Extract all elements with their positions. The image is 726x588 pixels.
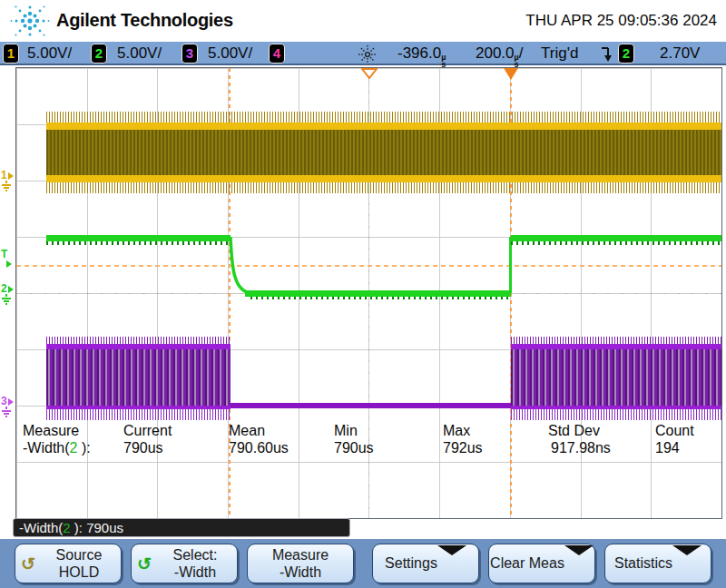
brand-title: Agilent Technologies [56, 10, 233, 31]
measure-col-name: Measure -Width(2 ): [23, 423, 91, 456]
time-reference-marker [361, 68, 378, 79]
softkey-measure-button[interactable]: Measure-Width [247, 544, 354, 583]
channel2-ground-marker: 2 [1, 284, 15, 305]
channel1-badge: 1 [3, 44, 19, 64]
knob-rotate-icon: ↺ [137, 554, 152, 574]
softkey-settings-button[interactable]: Settings [372, 544, 479, 583]
channel1-ground-marker: 1 [1, 171, 15, 191]
channel3-scale: 5.00V/ [208, 44, 252, 63]
measure-col-current: Current790us [123, 423, 172, 456]
intensity-sun-icon [358, 44, 378, 64]
measure-col-max: Max792us [443, 423, 483, 456]
trigger-level: 2.70V [660, 44, 700, 63]
trigger-position-marker [503, 68, 519, 80]
channel3-low-segment [231, 403, 511, 408]
measure-col-mean: Mean790.60us [229, 423, 289, 456]
channel2-low-segment [245, 290, 511, 297]
timebase-readout: 200.0µs/ [476, 44, 523, 68]
channel3-badge: 3 [182, 44, 198, 64]
channel3-burst-2 [511, 337, 721, 420]
trigger-status: Trig'd [541, 44, 578, 63]
channel2-badge: 2 [91, 44, 107, 64]
trigger-level-marker: T [1, 250, 15, 270]
measure-col-count: Count194 [655, 423, 694, 456]
delay-readout: -396.0µs [397, 44, 446, 68]
channel3-ground-marker: 3 [1, 397, 15, 417]
trigger-source-badge: 2 [618, 44, 634, 64]
trigger-falling-edge-icon [599, 44, 613, 64]
channel2-rising-edge [509, 237, 512, 293]
measure-col-min: Min790us [334, 423, 374, 456]
softkey-select-button[interactable]: ↺ Select:-Width [131, 544, 238, 583]
agilent-spark-logo [9, 2, 51, 42]
channel1-scale: 5.00V/ [27, 44, 72, 63]
softkey-clear-meas-button[interactable]: Clear Meas [488, 544, 595, 583]
knob-rotate-icon: ↺ [21, 554, 35, 574]
measurement-readout-box: -Width(2 ): 790us [13, 518, 350, 537]
channel2-high-segment-2 [511, 235, 721, 241]
measure-col-stddev: Std Dev917.98ns [548, 423, 611, 456]
channel4-badge: 4 [269, 44, 285, 64]
channel3-burst-1 [46, 337, 231, 420]
softkey-bar: ↺ SourceHOLD ↺ Select:-Width Measure-Wid… [0, 539, 726, 588]
softkey-statistics-button[interactable]: Statistics [604, 544, 711, 583]
oscilloscope-screen: Agilent Technologies THU APR 25 09:05:36… [0, 0, 726, 588]
channel2-scale: 5.00V/ [117, 44, 162, 63]
datetime-display: THU APR 25 09:05:36 2024 [525, 12, 717, 30]
softkey-source-button[interactable]: ↺ SourceHOLD [15, 544, 122, 583]
